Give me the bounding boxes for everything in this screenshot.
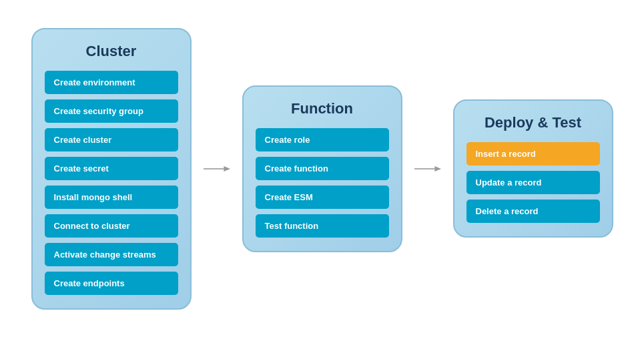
deploy-test-panel-title: Deploy & Test — [485, 114, 581, 131]
svg-marker-1 — [224, 166, 230, 172]
insert-a-record-button[interactable]: Insert a record — [466, 142, 600, 165]
create-security-group-button[interactable]: Create security group — [45, 99, 178, 123]
create-environment-button[interactable]: Create environment — [45, 71, 178, 94]
update-a-record-button[interactable]: Update a record — [466, 171, 600, 194]
create-secret-button[interactable]: Create secret — [45, 157, 178, 180]
create-cluster-button[interactable]: Create cluster — [45, 128, 178, 151]
cluster-panel-title: Cluster — [86, 43, 137, 60]
function-panel: Function Create role Create function Cre… — [242, 85, 402, 252]
install-mongo-shell-button[interactable]: Install mongo shell — [45, 186, 178, 209]
connect-to-cluster-button[interactable]: Connect to cluster — [45, 214, 178, 238]
create-endpoints-button[interactable]: Create endpoints — [45, 272, 178, 295]
cluster-btn-list: Create environment Create security group… — [45, 71, 178, 295]
function-panel-title: Function — [291, 100, 353, 117]
deploy-test-btn-list: Insert a record Update a record Delete a… — [466, 142, 600, 223]
create-role-button[interactable]: Create role — [256, 128, 389, 151]
svg-marker-3 — [434, 166, 441, 172]
activate-change-streams-button[interactable]: Activate change streams — [45, 243, 178, 266]
create-esm-button[interactable]: Create ESM — [256, 186, 389, 209]
arrow-2 — [414, 162, 441, 176]
deploy-test-panel: Deploy & Test Insert a record Update a r… — [453, 99, 613, 238]
arrow-1 — [204, 162, 230, 176]
test-function-button[interactable]: Test function — [256, 214, 389, 238]
diagram-container: Cluster Create environment Create securi… — [18, 15, 627, 323]
cluster-panel: Cluster Create environment Create securi… — [31, 28, 192, 310]
function-btn-list: Create role Create function Create ESM T… — [256, 128, 389, 238]
create-function-button[interactable]: Create function — [256, 157, 389, 180]
delete-a-record-button[interactable]: Delete a record — [466, 200, 600, 223]
